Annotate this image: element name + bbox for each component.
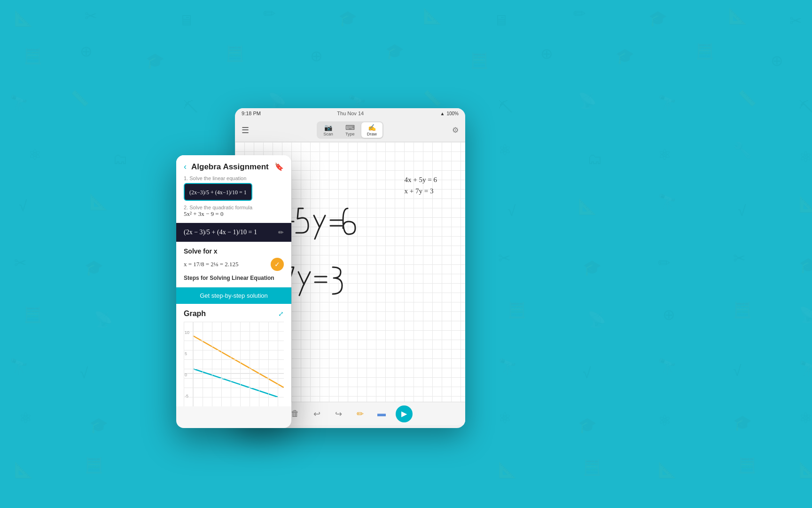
bookmark-icon[interactable]: 🔖 bbox=[274, 162, 284, 171]
graph-y-labels: 10 5 0 -5 bbox=[185, 322, 189, 406]
panel-title: Algebra Assignment bbox=[191, 162, 270, 172]
step2-label: 2. Solve the quadratic formula bbox=[184, 205, 284, 210]
selected-eq-text: (2x − 3)/5 + (4x − 1)/10 = 1 bbox=[184, 229, 257, 236]
check-icon: ✓ bbox=[274, 261, 280, 268]
solve-title: Solve for x bbox=[184, 247, 284, 255]
ipad-statusbar: 9:18 PM Thu Nov 14 ▲ 100% bbox=[235, 108, 465, 119]
steps-label: Steps for Solving Linear Equation bbox=[184, 275, 284, 281]
edit-icon[interactable]: ✏ bbox=[278, 229, 284, 236]
graph-area: 10 5 0 -5 bbox=[184, 322, 284, 406]
scan-icon: 📷 bbox=[324, 124, 332, 131]
undo-tool[interactable]: ↩ bbox=[309, 406, 324, 421]
panel-equation-display: (2x−3)/5 + (4x−1)/10 = 1 bbox=[189, 189, 247, 196]
check-button[interactable]: ✓ bbox=[271, 258, 284, 271]
toolbar-tabs: 📷 Scan ⌨ Type ✍ Draw bbox=[317, 121, 383, 139]
graph-card: Graph ⤢ 10 5 0 -5 bbox=[176, 304, 291, 406]
sidebar-toggle-icon[interactable]: ☰ bbox=[242, 125, 249, 135]
tab-draw[interactable]: ✍ Draw bbox=[361, 122, 383, 138]
draw-icon: ✍ bbox=[368, 124, 376, 131]
highlighter-tool[interactable]: ▬ bbox=[374, 406, 389, 421]
graph-expand-icon[interactable]: ⤢ bbox=[278, 310, 284, 318]
panel-header: ‹ Algebra Assignment 🔖 1. Solve the line… bbox=[176, 155, 291, 223]
ipad-time: 9:18 PM bbox=[242, 111, 261, 116]
ipad-date: Thu Nov 14 bbox=[337, 111, 364, 116]
graph-title: Graph bbox=[184, 310, 206, 318]
solve-result: x = 17/8 = 2⅛ = 2.125 bbox=[184, 261, 239, 268]
get-steps-button[interactable]: Get step-by-step solution bbox=[176, 287, 291, 304]
selected-equation-card: (2x − 3)/5 + (4x − 1)/10 = 1 ✏ bbox=[176, 223, 291, 242]
tab-type[interactable]: ⌨ Type bbox=[340, 122, 360, 138]
settings-icon[interactable]: ⚙ bbox=[452, 126, 459, 135]
redo-tool[interactable]: ↪ bbox=[331, 406, 346, 421]
type-icon: ⌨ bbox=[345, 124, 355, 131]
back-button[interactable]: ‹ bbox=[184, 162, 187, 172]
panel-eq2-text: 5x² + 3x − 9 = 0 bbox=[184, 210, 284, 218]
pencil-tool[interactable]: ✏ bbox=[352, 406, 367, 421]
solve-card: Solve for x x = 17/8 = 2⅛ = 2.125 ✓ Step… bbox=[176, 242, 291, 287]
ipad-toolbar: ☰ 📷 Scan ⌨ Type ✍ Draw ⚙ bbox=[235, 119, 465, 142]
send-button[interactable]: ▶ bbox=[396, 405, 413, 422]
tab-scan[interactable]: 📷 Scan bbox=[318, 122, 339, 138]
graph-grid bbox=[184, 322, 284, 406]
ipad-battery: ▲ 100% bbox=[440, 111, 459, 116]
step1-label: 1. Solve the linear equation bbox=[184, 175, 284, 181]
wifi-icon: ▲ bbox=[440, 111, 445, 116]
algebra-panel: ‹ Algebra Assignment 🔖 1. Solve the line… bbox=[176, 155, 291, 428]
